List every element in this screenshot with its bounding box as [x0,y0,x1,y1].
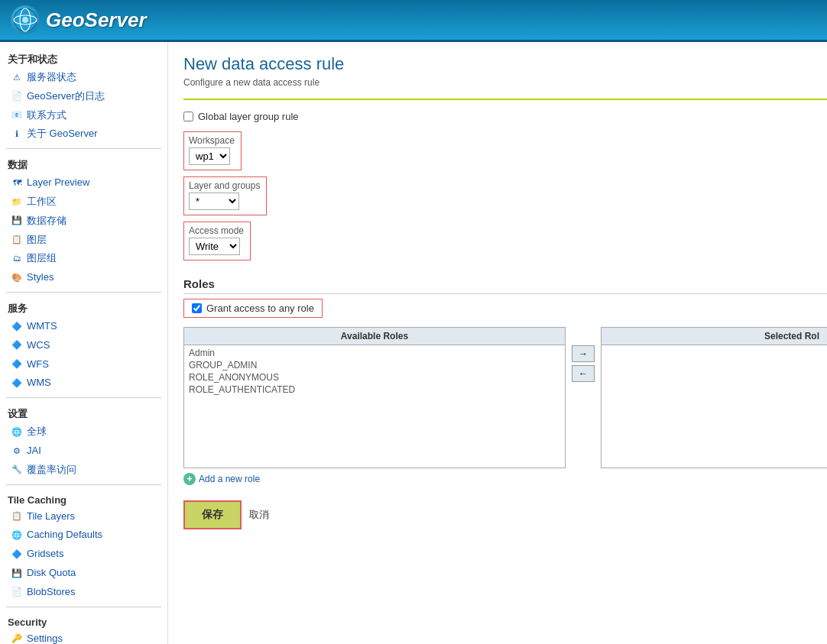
grant-access-checkbox[interactable] [192,303,202,313]
wms-icon: 🔷 [11,377,23,390]
global-icon: 🌐 [11,426,23,439]
styles-icon: 🎨 [11,272,23,284]
sidebar-item-logs[interactable]: 📄 GeoServer的日志 [0,87,167,106]
sidebar-item-contact[interactable]: 📧 联系方式 [0,106,167,125]
selected-roles-box: Selected Rol [601,327,827,468]
sidebar-item-blobstores[interactable]: 📄 BlobStores [0,583,167,602]
tile-layers-icon: 📋 [11,510,23,523]
jai-icon: ⚙ [11,445,23,457]
selected-roles-header: Selected Rol [602,328,827,345]
sidebar-item-wmts[interactable]: 🔷 WMTS [0,317,167,336]
role-item-admin[interactable]: Admin [187,347,562,359]
sidebar-item-layer-preview[interactable]: 🗺 Layer Preview [0,173,167,193]
sec-settings-icon: 🔑 [11,633,23,644]
wfs-icon: 🔷 [11,358,23,371]
grant-access-box: Grant access to any role [183,299,323,318]
sidebar-label-global: 全球 [27,424,47,440]
main-content: New data access rule Configure a new dat… [168,42,827,644]
sidebar-label-wmts: WMTS [27,319,57,335]
sidebar-label-layers: 图层 [27,232,47,248]
sidebar-label-wfs: WFS [27,357,49,373]
sidebar-label-wms: WMS [27,375,51,391]
logs-icon: 📄 [11,90,23,102]
server-status-icon: ⚠ [11,71,23,83]
sidebar-item-datastores[interactable]: 💾 数据存储 [0,212,167,231]
sidebar-section-security: Security [0,612,167,629]
role-item-group-admin[interactable]: GROUP_ADMIN [187,359,562,371]
save-button[interactable]: 保存 [183,500,242,529]
sidebar-label-tile-layers: Tile Layers [27,509,75,525]
sidebar-item-server-status[interactable]: ⚠ 服务器状态 [0,68,167,87]
sidebar-label-layer-groups: 图层组 [27,251,57,267]
sidebar-label-jai: JAI [27,443,41,459]
sidebar-item-global[interactable]: 🌐 全球 [0,422,167,442]
sidebar-item-about[interactable]: ℹ 关于 GeoServer [0,125,167,144]
sidebar-label-blobstores: BlobStores [27,584,76,600]
layer-groups-select[interactable]: * layer1 layer2 [189,193,239,210]
layer-preview-icon: 🗺 [11,177,23,189]
sidebar-item-wfs[interactable]: 🔷 WFS [0,355,167,374]
action-row: 保存 取消 [183,500,827,529]
workspace-select[interactable]: wp1 wp2 wp3 [189,147,230,165]
layer-groups-field-group: Layer and groups * layer1 layer2 [183,176,267,215]
access-mode-field-group: Access mode Read Write Admin [183,222,251,261]
sidebar-item-jai[interactable]: ⚙ JAI [0,442,167,461]
sidebar-item-coverage[interactable]: 🔧 覆盖率访问 [0,461,167,480]
top-divider [183,99,827,100]
caching-defaults-icon: 🌐 [11,529,23,542]
sidebar-item-workspace[interactable]: 📁 工作区 [0,193,167,212]
global-layer-label[interactable]: Global layer group rule [198,111,299,122]
sidebar-label-workspace: 工作区 [27,194,57,210]
role-item-anonymous[interactable]: ROLE_ANONYMOUS [187,371,562,383]
grant-access-label[interactable]: Grant access to any role [206,303,314,314]
available-roles-box: Available Roles Admin GROUP_ADMIN ROLE_A… [183,327,566,468]
sidebar-item-wms[interactable]: 🔷 WMS [0,374,167,393]
sidebar-label-contact: 联系方式 [27,108,66,124]
transfer-buttons: → ← [569,345,598,382]
layer-groups-label: Layer and groups [189,180,260,191]
roles-heading: Roles [183,277,827,294]
access-mode-select[interactable]: Read Write Admin [189,238,240,255]
sidebar-item-caching-defaults[interactable]: 🌐 Caching Defaults [0,526,167,545]
sidebar-section-settings: 设置 [0,403,167,422]
role-item-authenticated[interactable]: ROLE_AUTHENTICATED [187,383,562,396]
about-icon: ℹ [11,128,23,141]
global-layer-checkbox[interactable] [183,112,193,121]
sidebar-item-layers[interactable]: 📋 图层 [0,231,167,250]
layer-groups-icon: 🗂 [11,253,23,265]
sidebar-label-logs: GeoServer的日志 [27,89,105,105]
sidebar-label-sec-settings: Settings [27,631,63,644]
sidebar-item-gridsets[interactable]: 🔷 Gridsets [0,545,167,564]
sidebar-section-data: 数据 [0,154,167,173]
datastores-icon: 💾 [11,215,23,227]
transfer-left-button[interactable]: ← [572,365,595,382]
cancel-link[interactable]: 取消 [249,508,269,522]
sidebar-label-about: 关于 GeoServer [27,126,97,142]
divider-5 [6,607,161,607]
sidebar-label-datastores: 数据存储 [27,213,66,229]
sidebar-item-layer-groups[interactable]: 🗂 图层组 [0,249,167,268]
sidebar-item-tile-layers[interactable]: 📋 Tile Layers [0,507,167,526]
add-role-link[interactable]: + Add a new role [183,473,827,485]
page-title: New data access rule [183,54,827,74]
global-layer-row: Global layer group rule [183,111,827,122]
sidebar-item-styles[interactable]: 🎨 Styles [0,268,167,287]
workspace-field-group: Workspace wp1 wp2 wp3 [183,131,242,170]
sidebar-item-wcs[interactable]: 🔷 WCS [0,336,167,355]
logo-icon [11,5,40,34]
transfer-right-button[interactable]: → [572,345,595,362]
sidebar-item-sec-settings[interactable]: 🔑 Settings [0,629,167,644]
layers-icon: 📋 [11,234,23,246]
available-roles-list[interactable]: Admin GROUP_ADMIN ROLE_ANONYMOUS ROLE_AU… [184,345,565,468]
sidebar-label-wcs: WCS [27,338,50,354]
workspace-icon: 📁 [11,196,23,208]
access-mode-label: Access mode [189,225,244,236]
plus-icon: + [183,473,196,485]
selected-roles-list[interactable] [602,345,827,468]
divider-4 [6,484,161,485]
sidebar-section-services: 服务 [0,297,167,317]
app-title: GeoServer [46,8,147,32]
sidebar: 关于和状态 ⚠ 服务器状态 📄 GeoServer的日志 📧 联系方式 ℹ 关于… [0,42,168,644]
sidebar-item-disk-quota[interactable]: 💾 Disk Quota [0,564,167,583]
sidebar-label-disk-quota: Disk Quota [27,565,76,581]
